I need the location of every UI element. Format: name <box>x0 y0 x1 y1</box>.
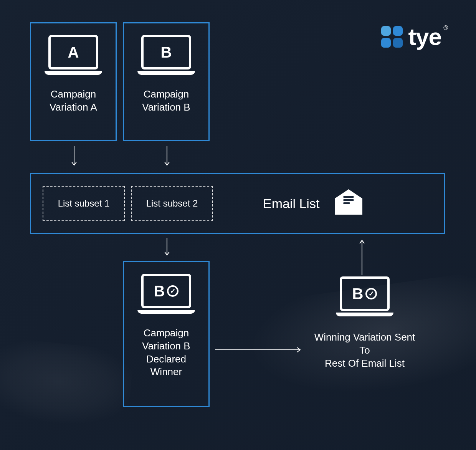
variation-a-letter: A <box>68 44 79 61</box>
variation-b-letter: B <box>161 44 172 61</box>
arrow-down-icon <box>164 146 170 170</box>
winner-caption: Campaign Variation B Declared Winner <box>124 327 208 379</box>
laptop-icon: A <box>45 35 102 80</box>
laptop-check-icon: B ✓ <box>336 276 393 322</box>
winner-letter: B <box>154 283 165 300</box>
arrow-down-icon <box>164 238 170 260</box>
node-winner: B ✓ Campaign Variation B Declared Winner <box>123 261 210 407</box>
logo-name: tye® <box>408 23 441 50</box>
brand-trademark: ® <box>443 25 448 31</box>
laptop-check-icon: B ✓ <box>137 274 195 319</box>
arrow-right-icon <box>215 347 303 354</box>
email-list-label: Email List <box>263 196 319 211</box>
node-subset-2: List subset 2 <box>131 186 213 221</box>
sending-caption: Winning Variation Sent To Rest Of Email … <box>308 331 421 370</box>
brand-logo: tye® <box>381 23 441 50</box>
node-email-list: List subset 1 List subset 2 Email List <box>30 173 445 234</box>
svg-rect-5 <box>343 202 350 204</box>
arrow-down-icon <box>71 146 77 170</box>
node-variation-a: A Campaign Variation A <box>30 22 117 141</box>
sending-letter: B <box>352 285 364 303</box>
arrow-up-icon <box>359 238 365 276</box>
svg-rect-3 <box>343 196 354 198</box>
node-variation-b: B Campaign Variation B <box>123 22 210 141</box>
checkmark-icon: ✓ <box>167 285 178 297</box>
checkmark-icon: ✓ <box>365 288 377 299</box>
laptop-icon: B <box>137 35 195 80</box>
node-sending: B ✓ Winning Variation Sent To Rest Of Em… <box>308 276 421 370</box>
variation-b-caption: Campaign Variation B <box>124 88 208 114</box>
node-subset-1: List subset 1 <box>43 186 125 221</box>
variation-a-caption: Campaign Variation A <box>31 88 116 114</box>
brand-name-text: tye <box>408 23 441 50</box>
logo-mark-icon <box>381 26 403 48</box>
svg-rect-4 <box>343 199 354 201</box>
mail-icon <box>332 191 365 216</box>
